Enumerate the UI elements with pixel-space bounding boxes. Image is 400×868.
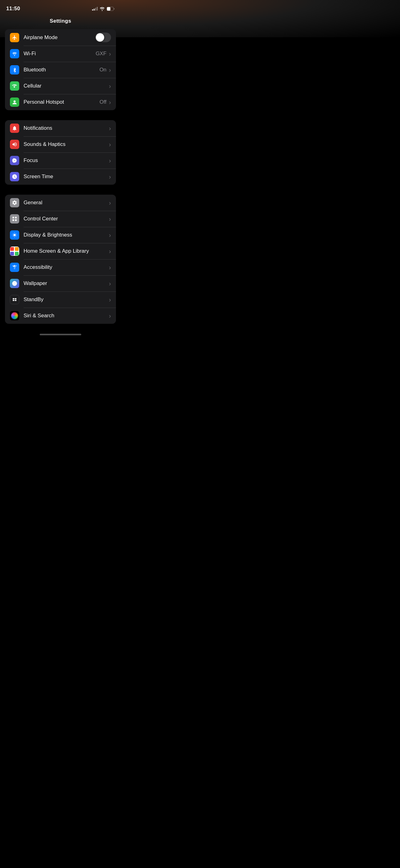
hotspot-icon <box>10 97 19 107</box>
homescreen-chevron <box>109 248 111 255</box>
status-bar: 11:50 <box>0 0 121 16</box>
screentime-chevron <box>109 173 111 180</box>
svg-rect-10 <box>13 300 14 301</box>
display-icon <box>10 230 19 240</box>
focus-label: Focus <box>24 157 108 164</box>
notifications-row[interactable]: Notifications <box>5 120 116 136</box>
controlcenter-row[interactable]: Control Center <box>5 211 116 227</box>
svg-rect-8 <box>13 298 14 300</box>
screentime-icon <box>10 172 19 181</box>
svg-rect-9 <box>15 298 16 300</box>
battery-icon <box>107 7 115 11</box>
wifi-row[interactable]: Wi-Fi GXF <box>5 45 116 62</box>
siri-label: Siri & Search <box>24 313 108 319</box>
wallpaper-chevron <box>109 280 111 287</box>
homescreen-icon <box>10 247 19 256</box>
accessibility-icon <box>10 262 19 272</box>
siri-chevron <box>109 312 111 319</box>
general-row[interactable]: General <box>5 195 116 211</box>
svg-rect-4 <box>15 217 17 218</box>
standby-label: StandBy <box>24 297 108 303</box>
controlcenter-chevron <box>109 215 111 223</box>
svg-rect-11 <box>15 300 16 301</box>
wifi-value: GXF <box>96 51 106 57</box>
focus-icon <box>10 156 19 165</box>
display-label: Display & Brightness <box>24 232 108 238</box>
page-title: Settings <box>0 16 121 29</box>
standby-row[interactable]: StandBy <box>5 291 116 308</box>
signal-icon <box>92 7 98 10</box>
status-time: 11:50 <box>6 6 20 12</box>
wifi-status-icon <box>100 7 105 11</box>
general-label: General <box>24 199 108 206</box>
siri-icon <box>10 311 19 320</box>
display-group: General Control Center Display & Brightn… <box>5 195 116 324</box>
hotspot-label: Personal Hotspot <box>24 99 100 105</box>
cellular-label: Cellular <box>24 83 108 89</box>
siri-row[interactable]: Siri & Search <box>5 308 116 324</box>
accessibility-chevron <box>109 264 111 271</box>
general-chevron <box>109 199 111 207</box>
display-chevron <box>109 231 111 239</box>
sounds-chevron <box>109 141 111 148</box>
homescreen-row[interactable]: Home Screen & App Library <box>5 243 116 259</box>
wifi-label: Wi-Fi <box>24 51 96 57</box>
accessibility-label: Accessibility <box>24 264 108 270</box>
focus-chevron <box>109 157 111 164</box>
general-icon <box>10 198 19 207</box>
screentime-label: Screen Time <box>24 174 108 180</box>
hotspot-chevron <box>109 99 111 106</box>
hotspot-row[interactable]: Personal Hotspot Off <box>5 94 116 110</box>
cellular-row[interactable]: Cellular <box>5 78 116 94</box>
airplane-icon <box>10 33 19 42</box>
controlcenter-label: Control Center <box>24 216 108 222</box>
svg-rect-5 <box>12 219 14 221</box>
hotspot-value: Off <box>100 99 106 105</box>
airplane-label: Airplane Mode <box>24 34 95 41</box>
standby-icon <box>10 295 19 304</box>
wallpaper-label: Wallpaper <box>24 280 108 286</box>
home-indicator <box>40 334 81 335</box>
notifications-label: Notifications <box>24 125 108 131</box>
notifications-group: Notifications Sounds & Haptics Focus <box>5 120 116 185</box>
airplane-mode-row[interactable]: Airplane Mode <box>5 29 116 45</box>
bluetooth-label: Bluetooth <box>24 67 100 73</box>
svg-point-2 <box>14 101 15 102</box>
standby-chevron <box>109 296 111 303</box>
bluetooth-icon <box>10 65 19 74</box>
wallpaper-row[interactable]: Wallpaper <box>5 275 116 291</box>
sounds-icon <box>10 140 19 149</box>
display-row[interactable]: Display & Brightness <box>5 227 116 243</box>
airplane-toggle[interactable] <box>95 33 111 42</box>
focus-row[interactable]: Focus <box>5 152 116 168</box>
screentime-row[interactable]: Screen Time <box>5 168 116 185</box>
status-icons <box>92 7 115 11</box>
controlcenter-icon <box>10 214 19 223</box>
wifi-icon <box>10 49 19 58</box>
svg-rect-3 <box>12 217 14 218</box>
network-group: Airplane Mode Wi-Fi GXF Bluetooth On <box>5 29 116 110</box>
bluetooth-chevron <box>109 66 111 73</box>
homescreen-label: Home Screen & App Library <box>24 248 108 254</box>
cellular-chevron <box>109 83 111 90</box>
bluetooth-value: On <box>100 67 107 73</box>
wifi-chevron <box>109 50 111 57</box>
notifications-icon <box>10 124 19 133</box>
svg-rect-6 <box>15 219 17 221</box>
svg-rect-1 <box>107 7 110 10</box>
notifications-chevron <box>109 125 111 132</box>
sounds-row[interactable]: Sounds & Haptics <box>5 136 116 152</box>
cellular-icon <box>10 81 19 91</box>
bluetooth-row[interactable]: Bluetooth On <box>5 62 116 78</box>
accessibility-row[interactable]: Accessibility <box>5 259 116 275</box>
wallpaper-icon <box>10 279 19 288</box>
sounds-label: Sounds & Haptics <box>24 141 108 148</box>
